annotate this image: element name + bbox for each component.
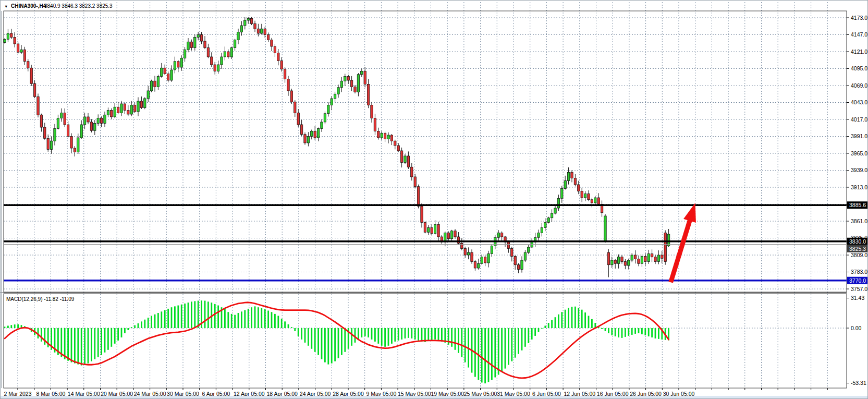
bull-candle <box>194 38 196 48</box>
bull-candle <box>340 81 343 88</box>
bull-candle <box>537 233 540 238</box>
bull-candle <box>361 71 363 75</box>
bear-candle <box>250 18 252 23</box>
bull-candle <box>240 26 242 32</box>
bull-candle <box>170 70 173 80</box>
bull-candle <box>541 228 543 233</box>
bear-candle <box>597 198 600 204</box>
price-chart[interactable]: 4173.04147.04121.04095.04069.04043.04017… <box>1 1 868 399</box>
bear-candle <box>200 35 202 42</box>
bull-candle <box>104 115 106 123</box>
macd-tick-label: 0.00 <box>851 325 862 331</box>
bear-candle <box>211 57 213 65</box>
price-tick-label: 3965.0 <box>851 150 867 156</box>
bear-candle <box>257 29 259 33</box>
bear-candle <box>214 65 216 71</box>
bear-candle <box>164 68 166 74</box>
bear-candle <box>47 138 49 149</box>
bull-candle <box>94 124 96 131</box>
bear-candle <box>287 79 289 91</box>
bull-candle <box>617 257 619 264</box>
level-lines-layer[interactable] <box>4 205 847 281</box>
bull-candle <box>404 156 406 163</box>
bull-candle <box>387 135 389 139</box>
bear-candle <box>23 50 26 62</box>
price-badge-label: 3830.0 <box>849 238 866 245</box>
bear-candle <box>33 83 35 96</box>
bear-candle <box>457 237 459 244</box>
bear-candle <box>40 115 42 127</box>
bull-candle <box>561 189 563 199</box>
bear-candle <box>474 262 476 269</box>
bull-candle <box>344 77 346 81</box>
bear-candle <box>507 242 509 249</box>
bear-candle <box>417 187 419 207</box>
time-axis[interactable]: 2 Mar 20238 Mar 05:0014 Mar 05:0020 Mar … <box>1 388 868 399</box>
bear-candle <box>394 141 396 146</box>
price-axis[interactable]: 4173.04147.04121.04095.04069.04043.04017… <box>847 1 868 399</box>
bear-candle <box>64 113 66 125</box>
price-tick-label: 3991.0 <box>851 133 867 139</box>
bear-candle <box>371 105 373 118</box>
bull-candle <box>80 125 82 138</box>
bull-candle <box>150 81 152 91</box>
bear-candle <box>133 105 136 112</box>
bear-candle <box>167 74 169 81</box>
bear-candle <box>471 252 473 262</box>
bull-candle <box>230 48 233 57</box>
price-tick-label: 3809.0 <box>851 252 867 258</box>
bear-candle <box>140 101 142 108</box>
bull-candle <box>180 58 182 68</box>
bull-candle <box>321 122 323 129</box>
bear-candle <box>397 146 399 151</box>
bull-candle <box>557 198 559 208</box>
bull-candle <box>584 194 586 198</box>
bear-candle <box>90 122 92 130</box>
bear-candle <box>17 44 19 52</box>
bull-candle <box>161 68 163 76</box>
macd-tick-label: -53.31 <box>851 380 866 386</box>
bull-candle <box>657 255 659 262</box>
bear-candle <box>27 62 29 68</box>
bull-candle <box>594 198 596 203</box>
bull-candle <box>7 33 9 39</box>
bull-candle <box>478 263 480 268</box>
bear-candle <box>591 200 593 203</box>
bull-candle <box>120 104 123 113</box>
bear-candle <box>300 125 302 135</box>
bear-candle <box>227 52 229 57</box>
bear-candle <box>127 111 129 115</box>
trend-arrow[interactable] <box>671 203 696 282</box>
bear-candle <box>204 41 206 48</box>
bear-candle <box>70 137 72 149</box>
bear-candle <box>14 38 16 44</box>
bear-candle <box>37 96 39 115</box>
bull-candle <box>528 247 530 252</box>
bear-candle <box>400 151 402 163</box>
bull-candle <box>491 246 493 254</box>
bear-candle <box>414 177 416 187</box>
bear-candle <box>614 260 616 263</box>
bear-candle <box>207 48 209 57</box>
bear-candle <box>267 35 269 40</box>
bear-candle <box>284 69 286 79</box>
price-tick-label: 3939.0 <box>851 167 867 173</box>
bear-candle <box>10 33 13 38</box>
bear-candle <box>30 68 32 83</box>
bull-candle <box>107 111 109 115</box>
bear-candle <box>271 40 273 47</box>
price-tick-label: 4017.0 <box>851 116 867 123</box>
bear-candle <box>588 194 590 200</box>
bull-candle <box>357 75 359 92</box>
bull-candle <box>221 57 223 65</box>
bear-candle <box>581 191 583 198</box>
bear-candle <box>638 259 640 264</box>
symbol-dropdown-icon[interactable]: ▼ <box>4 4 8 9</box>
bull-candle <box>544 223 546 228</box>
bull-candle <box>4 39 6 42</box>
price-tick-label: 3861.0 <box>851 218 867 224</box>
bull-candle <box>554 208 556 213</box>
price-tick-label: 4043.0 <box>851 99 867 105</box>
bear-candle <box>44 127 46 138</box>
bull-candle <box>324 114 326 122</box>
